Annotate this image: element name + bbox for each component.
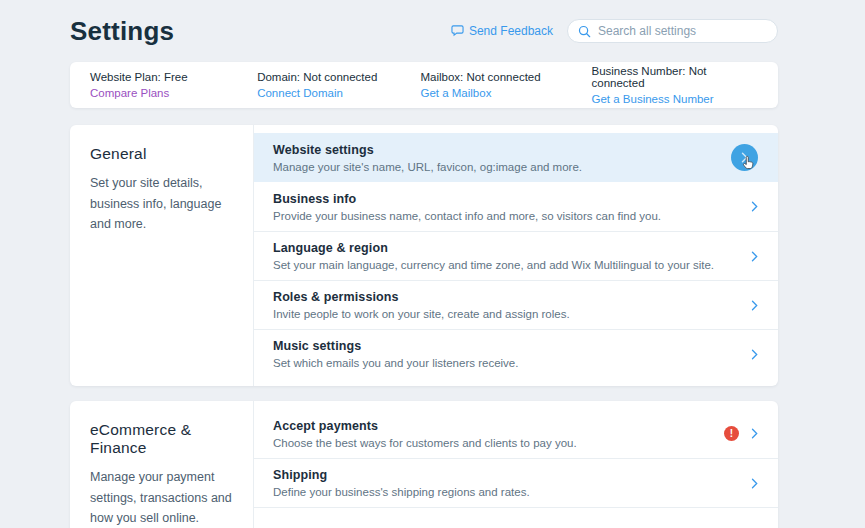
row-roles-permissions[interactable]: Roles & permissions Invite people to wor… bbox=[254, 280, 778, 329]
status-label: Business Number: Not connected bbox=[592, 65, 759, 89]
row-title: Language & region bbox=[273, 241, 751, 255]
row-title: Website settings bbox=[273, 143, 731, 157]
page-title: Settings bbox=[70, 16, 174, 47]
plan-status-bar: Website Plan: Free Compare Plans Domain:… bbox=[70, 62, 778, 108]
row-title: Shipping bbox=[273, 468, 751, 482]
section-ecommerce-finance: eCommerce & Finance Manage your payment … bbox=[70, 401, 778, 528]
row-description: Set which emails you and your listeners … bbox=[273, 357, 751, 369]
row-shipping[interactable]: Shipping Define your business's shipping… bbox=[254, 458, 778, 507]
row-description: Define your business's shipping regions … bbox=[273, 486, 751, 498]
status-item-domain: Domain: Not connected Connect Domain bbox=[257, 71, 420, 99]
status-item-business-number: Business Number: Not connected Get a Bus… bbox=[592, 65, 759, 105]
search-input[interactable] bbox=[598, 24, 767, 38]
connect-domain-link[interactable]: Connect Domain bbox=[257, 87, 420, 99]
chevron-right-icon bbox=[751, 478, 758, 489]
row-description: Manage your site's name, URL, favicon, o… bbox=[273, 161, 731, 173]
row-description: Invite people to work on your site, crea… bbox=[273, 308, 751, 320]
row-language-region[interactable]: Language & region Set your main language… bbox=[254, 231, 778, 280]
row-accept-payments[interactable]: Accept payments Choose the best ways for… bbox=[254, 409, 778, 458]
row-title: Music settings bbox=[273, 339, 751, 353]
settings-page: Settings Send Feedback Website Plan: Fre… bbox=[70, 0, 778, 528]
alert-icon: ! bbox=[724, 426, 739, 441]
search-box[interactable] bbox=[567, 19, 778, 43]
chevron-right-icon bbox=[751, 251, 758, 262]
status-label: Domain: Not connected bbox=[257, 71, 420, 83]
status-item-mailbox: Mailbox: Not connected Get a Mailbox bbox=[420, 71, 591, 99]
row-description: Set your main language, currency and tim… bbox=[273, 259, 751, 271]
page-header: Settings Send Feedback bbox=[70, 0, 778, 48]
status-item-website-plan: Website Plan: Free Compare Plans bbox=[90, 71, 257, 99]
chevron-right-icon bbox=[751, 201, 758, 212]
chevron-right-icon bbox=[751, 428, 758, 439]
feedback-bubble-icon bbox=[451, 25, 464, 37]
row-description: Choose the best ways for customers and c… bbox=[273, 437, 724, 449]
compare-plans-link[interactable]: Compare Plans bbox=[90, 87, 257, 99]
send-feedback-button[interactable]: Send Feedback bbox=[451, 24, 553, 38]
send-feedback-label: Send Feedback bbox=[469, 24, 553, 38]
row-description: Provide your business name, contact info… bbox=[273, 210, 751, 222]
row-music-settings[interactable]: Music settings Set which emails you and … bbox=[254, 329, 778, 378]
get-mailbox-link[interactable]: Get a Mailbox bbox=[420, 87, 591, 99]
section-description: Manage your payment settings, transactio… bbox=[90, 467, 239, 528]
open-website-settings-button[interactable] bbox=[731, 144, 758, 171]
get-business-number-link[interactable]: Get a Business Number bbox=[592, 93, 759, 105]
chevron-right-icon bbox=[751, 349, 758, 360]
row-website-settings[interactable]: Website settings Manage your site's name… bbox=[254, 133, 778, 182]
row-title: Business info bbox=[273, 192, 751, 206]
header-actions: Send Feedback bbox=[451, 19, 778, 43]
section-description: Set your site details, business info, la… bbox=[90, 173, 239, 235]
section-ecommerce-rows: Accept payments Choose the best ways for… bbox=[253, 401, 778, 528]
section-general: General Set your site details, business … bbox=[70, 125, 778, 386]
section-ecommerce-info: eCommerce & Finance Manage your payment … bbox=[70, 401, 253, 528]
row-title: Accept payments bbox=[273, 419, 724, 433]
status-label: Mailbox: Not connected bbox=[420, 71, 591, 83]
section-title: eCommerce & Finance bbox=[90, 421, 239, 457]
section-title: General bbox=[90, 145, 239, 163]
search-icon bbox=[578, 25, 591, 38]
row-partial-cutoff bbox=[254, 507, 778, 525]
chevron-right-icon bbox=[751, 300, 758, 311]
row-business-info[interactable]: Business info Provide your business name… bbox=[254, 182, 778, 231]
section-general-info: General Set your site details, business … bbox=[70, 125, 253, 386]
status-label: Website Plan: Free bbox=[90, 71, 257, 83]
row-title: Roles & permissions bbox=[273, 290, 751, 304]
section-general-rows: Website settings Manage your site's name… bbox=[253, 125, 778, 386]
mouse-cursor-icon bbox=[741, 155, 756, 176]
